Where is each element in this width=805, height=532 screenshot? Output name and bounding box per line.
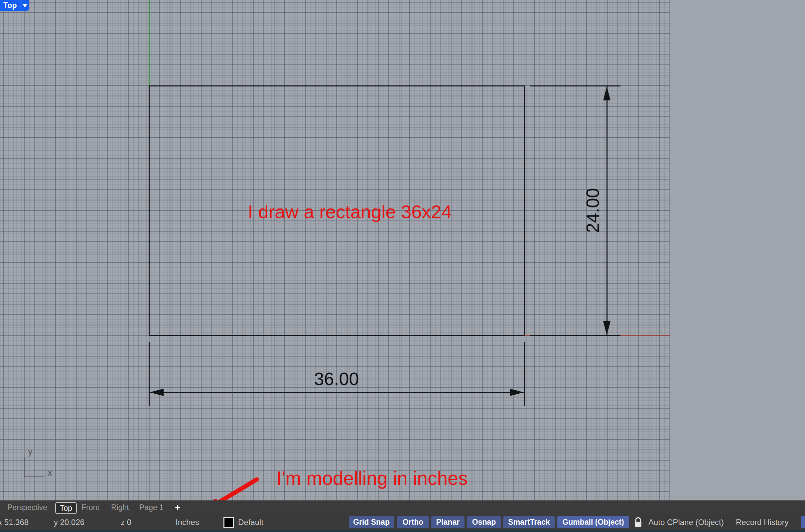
y-axis-label: y <box>28 446 33 457</box>
x-axis-tick <box>24 476 44 477</box>
dim24-arrow-down-icon <box>603 321 611 335</box>
dim36-extension-left <box>149 342 150 406</box>
window-bottom-edge <box>0 530 805 532</box>
filter-button-edge[interactable] <box>801 516 805 528</box>
record-history-control[interactable]: Record History <box>736 515 789 530</box>
chevron-down-icon <box>23 4 27 7</box>
x-axis-label: x <box>47 468 52 478</box>
dim36-value[interactable]: 36.00 <box>314 368 359 389</box>
cursor-z-readout: z 0 <box>121 515 131 530</box>
viewport-title-button[interactable]: Top <box>0 0 29 11</box>
smarttrack-toggle[interactable]: SmartTrack <box>503 516 555 528</box>
tab-perspective[interactable]: Perspective <box>7 500 47 515</box>
dim36-arrow-right-icon <box>510 389 524 396</box>
viewport-tab-bar: Perspective Top Front Right Page 1 + <box>0 500 805 515</box>
tab-right[interactable]: Right <box>111 500 129 515</box>
rhino-window: 24.00 36.00 I draw a rectangle 36x24 I'm… <box>0 0 805 532</box>
tab-page1[interactable]: Page 1 <box>139 500 164 515</box>
viewport-menu-dropdown[interactable] <box>21 0 29 11</box>
dim36-extension-right <box>524 342 525 406</box>
dim24-line <box>607 86 608 336</box>
status-bar: x 51.368 y 20.026 z 0 Inches Default Gri… <box>0 515 805 530</box>
tab-top[interactable]: Top <box>55 502 77 514</box>
viewport-title[interactable]: Top <box>0 1 21 11</box>
dim36-line <box>149 392 524 393</box>
cursor-x-readout: x 51.368 <box>0 515 28 530</box>
top-viewport-canvas[interactable]: 24.00 36.00 I draw a rectangle 36x24 I'm… <box>0 0 805 500</box>
current-layer[interactable]: Default <box>238 515 263 530</box>
tab-front[interactable]: Front <box>81 500 99 515</box>
osnap-toggle[interactable]: Osnap <box>467 516 501 528</box>
dim24-arrow-up-icon <box>603 87 611 100</box>
lock-icon[interactable] <box>634 515 643 530</box>
rectangle-annotation-text: I draw a rectangle 36x24 <box>248 201 452 223</box>
cplane-axes-icon: y x <box>13 445 57 482</box>
grid-snap-toggle[interactable]: Grid Snap <box>349 516 394 528</box>
gumball-toggle[interactable]: Gumball (Object) <box>557 516 629 528</box>
cursor-y-readout: y 20.026 <box>54 515 84 530</box>
layer-color-swatch[interactable] <box>224 517 234 528</box>
dim24-value[interactable]: 24.00 <box>582 188 603 233</box>
add-viewport-tab-button[interactable]: + <box>175 500 180 515</box>
units-indicator[interactable]: Inches <box>176 515 199 530</box>
dim36-arrow-left-icon <box>150 389 164 396</box>
ortho-toggle[interactable]: Ortho <box>397 516 429 528</box>
auto-cplane-control[interactable]: Auto CPlane (Object) <box>648 515 724 530</box>
planar-toggle[interactable]: Planar <box>431 516 464 528</box>
y-axis-tick <box>24 457 25 477</box>
